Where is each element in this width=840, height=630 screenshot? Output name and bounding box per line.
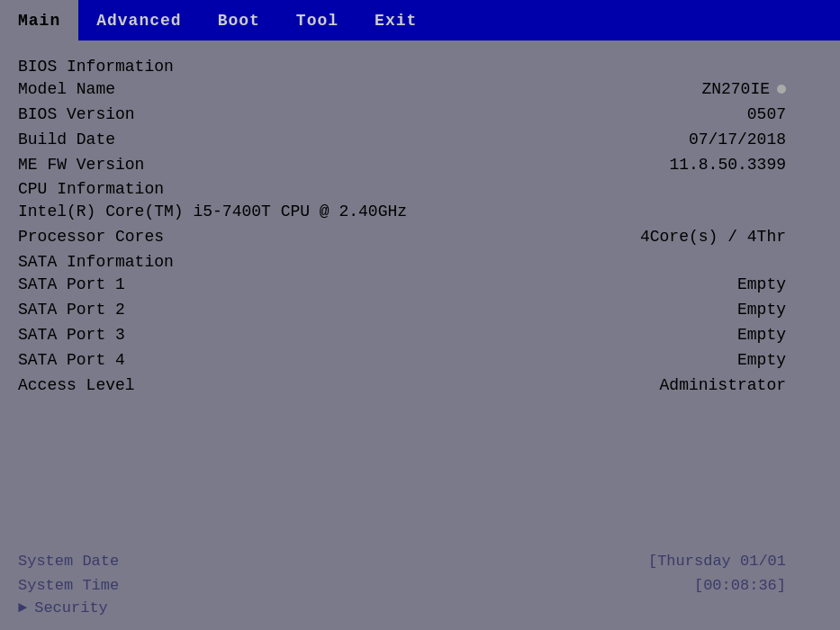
bios-version-value: 0507 [747,103,822,126]
sata-port-1-label: SATA Port 1 [18,273,125,296]
sata-port-4-row: SATA Port 4 Empty [18,348,822,372]
main-content: BIOS Information Model Name ZN270IE BIOS… [0,40,840,630]
sata-information-header: SATA Information [18,253,822,271]
system-time-label: System Time [18,573,119,598]
security-label: Security [34,599,108,616]
sata-port-3-label: SATA Port 3 [18,323,125,346]
sata-port-4-label: SATA Port 4 [18,348,125,372]
me-fw-version-value: 11.8.50.3399 [669,153,822,176]
access-level-row: Access Level Administrator [18,374,822,397]
me-fw-version-row: ME FW Version 11.8.50.3399 [18,153,822,176]
bios-version-label: BIOS Version [18,103,135,126]
model-name-label: Model Name [18,77,115,101]
model-name-value: ZN270IE [701,77,822,101]
build-date-value: 07/17/2018 [689,128,822,151]
system-date-row: System Date [Thursday 01/01 [18,549,822,573]
processor-cores-label: Processor Cores [18,225,164,248]
system-date-label: System Date [18,549,119,573]
security-arrow-icon: ► [18,599,27,616]
sata-port-2-value: Empty [737,298,822,321]
menu-item-exit[interactable]: Exit [357,0,435,40]
sata-port-1-value: Empty [737,273,822,296]
sata-port-2-row: SATA Port 2 Empty [18,298,822,321]
me-fw-version-label: ME FW Version [18,153,144,176]
security-row[interactable]: ► Security [18,599,822,616]
cpu-information-header: CPU Information [18,180,822,198]
processor-cores-value: 4Core(s) / 4Thr [640,225,822,248]
build-date-label: Build Date [18,128,115,151]
access-level-label: Access Level [18,374,135,397]
access-level-value: Administrator [660,374,822,397]
menu-item-tool[interactable]: Tool [278,0,357,40]
menubar: Main Advanced Boot Tool Exit [0,0,840,40]
bios-screen: Main Advanced Boot Tool Exit BIOS Inform… [0,0,840,630]
system-time-value: [00:08:36] [694,573,822,598]
cursor-dot [777,85,786,94]
bios-information-header: BIOS Information [18,58,822,76]
processor-name-row: Intel(R) Core(TM) i5-7400T CPU @ 2.40GHz [18,200,822,223]
sata-port-3-value: Empty [737,323,822,346]
menu-item-advanced[interactable]: Advanced [78,0,199,40]
sata-port-2-label: SATA Port 2 [18,298,125,321]
sata-port-1-row: SATA Port 1 Empty [18,273,822,296]
bios-version-row: BIOS Version 0507 [18,103,822,126]
menu-item-main[interactable]: Main [0,0,78,40]
model-name-row: Model Name ZN270IE [18,77,822,101]
system-date-value: [Thursday 01/01 [648,549,822,573]
sata-port-4-value: Empty [737,348,822,372]
processor-cores-row: Processor Cores 4Core(s) / 4Thr [18,225,822,248]
sata-port-3-row: SATA Port 3 Empty [18,323,822,346]
system-time-row: System Time [00:08:36] [18,573,822,598]
menu-item-boot[interactable]: Boot [200,0,278,40]
build-date-row: Build Date 07/17/2018 [18,128,822,151]
bottom-section: System Date [Thursday 01/01 System Time … [0,540,840,630]
